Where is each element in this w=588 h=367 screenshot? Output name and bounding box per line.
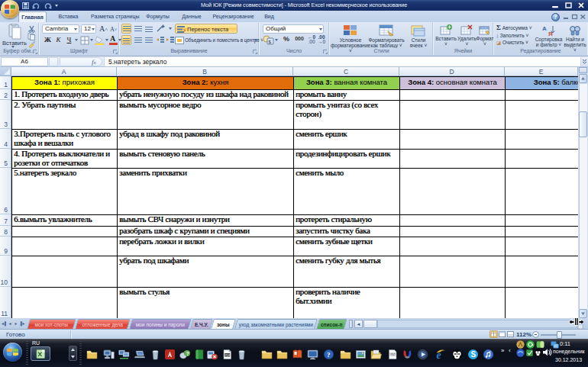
svg-text:PST: PST (390, 353, 395, 356)
svg-text:PDF: PDF (225, 354, 231, 357)
svg-text:А: А (542, 25, 547, 32)
svg-text:S: S (470, 350, 476, 359)
svg-text:Я: Я (548, 31, 553, 36)
svg-text:?: ? (327, 351, 331, 359)
svg-text:?: ? (186, 351, 189, 356)
